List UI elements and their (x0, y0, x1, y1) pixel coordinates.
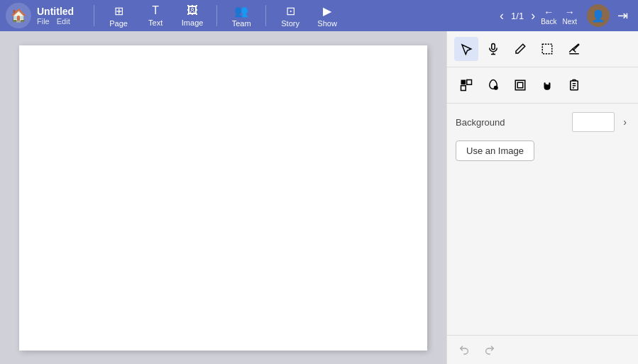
svg-point-8 (495, 87, 498, 90)
canvas-area (0, 31, 446, 364)
back-button[interactable]: ← Back (541, 6, 556, 26)
frame-tool[interactable] (508, 73, 532, 97)
top-toolbar: 🏠 Untitled File Edit ⊞ Page T Text 🖼 Ima… (0, 0, 638, 31)
svg-rect-6 (467, 80, 472, 85)
text-label: Text (148, 18, 163, 27)
document-title: Untitled (37, 6, 74, 17)
page-navigation: ‹ 1/1 › (497, 6, 538, 26)
bottom-toolbar (447, 335, 638, 364)
signout-button[interactable]: ⇥ (612, 6, 632, 26)
story-icon: ⊡ (286, 4, 295, 18)
canvas-page (19, 45, 427, 351)
eraser-tool[interactable] (562, 37, 586, 61)
right-panel: Background › Use an Image (446, 31, 638, 364)
title-section: Untitled File Edit (37, 6, 74, 26)
next-button[interactable]: → Next (562, 6, 577, 26)
cursor-tool[interactable] (454, 37, 478, 61)
text-icon: T (152, 4, 159, 17)
show-button[interactable]: ▶ Show (309, 1, 346, 30)
pen-tool[interactable] (508, 37, 532, 61)
toolbar-separator-1 (94, 5, 94, 26)
back-arrow-button[interactable]: ‹ (497, 6, 507, 26)
image-label: Image (182, 18, 204, 27)
background-row: Background › (456, 112, 629, 132)
image-icon: 🖼 (187, 4, 198, 17)
title-menu: File Edit (37, 17, 74, 26)
story-label: Story (281, 19, 299, 28)
team-icon: 👥 (234, 4, 248, 18)
image-button[interactable]: 🖼 Image (174, 1, 211, 30)
show-icon: ▶ (323, 4, 331, 18)
use-image-row: Use an Image (456, 140, 629, 161)
undo-button[interactable] (454, 340, 474, 360)
page-button[interactable]: ⊞ Page (100, 1, 137, 30)
page-count: 1/1 (511, 11, 524, 21)
tool-row-2 (447, 67, 638, 104)
next-arrow-button[interactable]: › (528, 6, 538, 26)
user-avatar[interactable]: 👤 (587, 4, 610, 27)
edit-menu-item[interactable]: Edit (57, 17, 70, 26)
shape-tool[interactable] (454, 73, 478, 97)
svg-rect-3 (542, 44, 552, 54)
show-label: Show (317, 19, 337, 28)
use-image-button[interactable]: Use an Image (456, 140, 534, 161)
svg-rect-10 (517, 82, 523, 88)
background-color-picker[interactable] (572, 112, 615, 132)
next-icon: → (565, 6, 575, 18)
svg-rect-5 (461, 80, 466, 85)
properties-panel: Background › Use an Image (447, 104, 638, 335)
background-label: Background (456, 117, 566, 128)
back-icon: ← (544, 6, 554, 18)
clipboard-tool[interactable] (562, 73, 586, 97)
tool-row-1 (447, 31, 638, 67)
toolbar-separator-3 (265, 5, 266, 26)
team-label: Team (232, 19, 251, 28)
selection-tool[interactable] (535, 37, 559, 61)
back-label: Back (541, 18, 556, 26)
next-label: Next (562, 18, 577, 26)
file-menu-item[interactable]: File (37, 17, 50, 26)
text-button[interactable]: T Text (137, 1, 174, 30)
page-icon: ⊞ (114, 4, 123, 18)
page-total: 1 (519, 11, 524, 21)
redo-button[interactable] (480, 340, 500, 360)
svg-rect-0 (492, 44, 495, 50)
hand-tool[interactable] (535, 73, 559, 97)
home-button[interactable]: 🏠 (6, 3, 31, 28)
main-content: Background › Use an Image (0, 31, 638, 364)
mic-tool[interactable] (481, 37, 505, 61)
background-expand-arrow[interactable]: › (620, 114, 629, 131)
svg-rect-9 (515, 80, 525, 90)
story-button[interactable]: ⊡ Story (272, 1, 309, 30)
color-drop-tool[interactable] (481, 73, 505, 97)
page-label: Page (109, 19, 128, 28)
svg-rect-7 (461, 86, 466, 91)
toolbar-separator-2 (216, 5, 217, 26)
team-button[interactable]: 👥 Team (223, 1, 260, 30)
